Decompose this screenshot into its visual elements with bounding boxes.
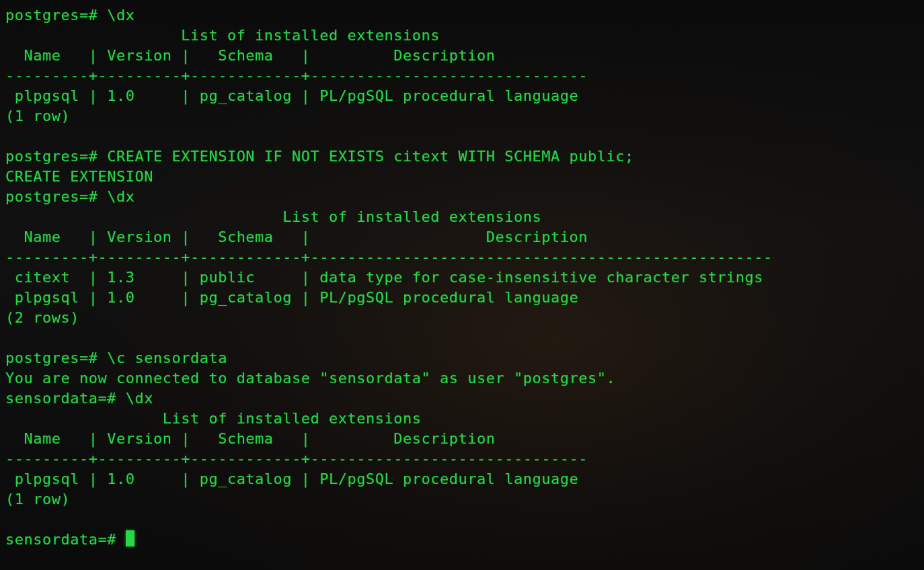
terminal-line: citext | 1.3 | public | data type for ca…: [5, 269, 763, 286]
terminal-line: ---------+---------+------------+-------…: [5, 67, 588, 84]
terminal-line: postgres=# \dx: [5, 7, 134, 24]
terminal-line: postgres=# CREATE EXTENSION IF NOT EXIST…: [5, 148, 634, 165]
terminal-line: (2 rows): [5, 309, 79, 326]
terminal-line: List of installed extensions: [5, 208, 541, 225]
terminal-line: You are now connected to database "senso…: [5, 370, 615, 386]
terminal-line: postgres=# \dx: [5, 188, 134, 205]
terminal-line: (1 row): [5, 491, 70, 507]
terminal-line: plpgsql | 1.0 | pg_catalog | PL/pgSQL pr…: [5, 471, 578, 487]
terminal-line: Name | Version | Schema | Description: [5, 430, 588, 447]
terminal-line: sensordata=# \dx: [5, 390, 153, 407]
terminal-line: List of installed extensions: [5, 410, 422, 427]
terminal-line: plpgsql | 1.0 | pg_catalog | PL/pgSQL pr…: [5, 289, 578, 306]
terminal-line: ---------+---------+------------+-------…: [5, 249, 773, 266]
terminal-line: ---------+---------+------------+-------…: [5, 450, 588, 467]
terminal-line: List of installed extensions: [5, 27, 440, 44]
terminal-line: CREATE EXTENSION: [5, 168, 153, 185]
terminal-line: postgres=# \c sensordata: [5, 350, 227, 366]
terminal-line: (1 row): [5, 108, 70, 124]
terminal-prompt[interactable]: sensordata=#: [5, 531, 126, 548]
terminal-line: plpgsql | 1.0 | pg_catalog | PL/pgSQL pr…: [5, 87, 578, 104]
cursor-icon: [126, 530, 134, 546]
terminal-line: Name | Version | Schema | Description: [5, 47, 588, 64]
terminal-line: Name | Version | Schema | Description: [5, 229, 773, 245]
terminal-output[interactable]: postgres=# \dx List of installed extensi…: [0, 0, 924, 555]
